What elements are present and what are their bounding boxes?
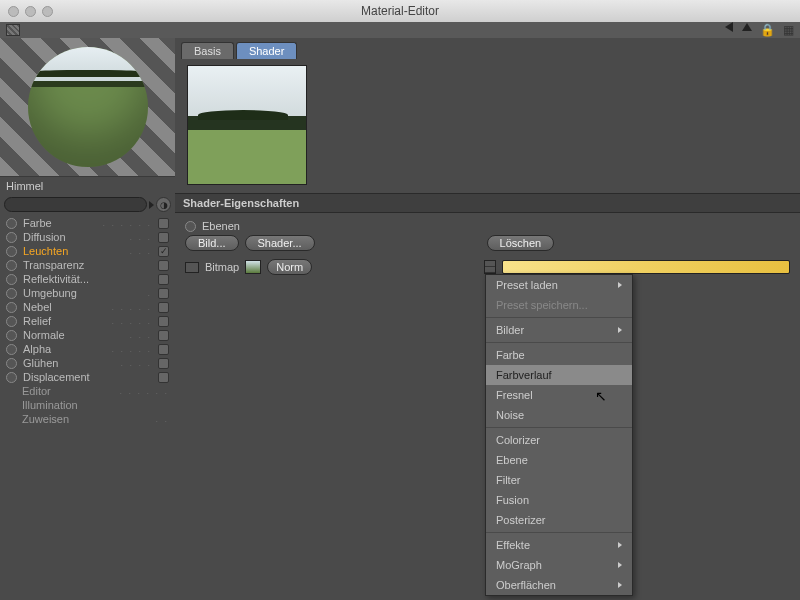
section-header: Shader-Eigenschaften	[175, 193, 800, 213]
menu-fusion[interactable]: Fusion	[486, 490, 632, 510]
chevron-right-icon	[618, 282, 622, 288]
channel-diffusion[interactable]: Diffusion. . .	[0, 230, 175, 244]
channel-leuchten[interactable]: Leuchten. . .✓	[0, 244, 175, 258]
zoom-window-button[interactable]	[42, 6, 53, 17]
channel-normale[interactable]: Normale. . .	[0, 328, 175, 342]
menu-colorizer[interactable]: Colorizer	[486, 430, 632, 450]
window-controls	[8, 6, 53, 17]
ebenen-label: Ebenen	[202, 220, 240, 232]
lock-icon[interactable]: 🔒	[760, 23, 775, 37]
chevron-right-icon	[618, 562, 622, 568]
channel-reflektivitaet[interactable]: Reflektivität...	[0, 272, 175, 286]
target-icon[interactable]: ◑	[156, 197, 171, 212]
menu-preset-load[interactable]: Preset laden	[486, 275, 632, 295]
add-icon[interactable]: ▦	[783, 23, 794, 37]
layer-type-label: Bitmap	[205, 261, 239, 273]
tabs: Basis Shader	[175, 38, 800, 59]
chevron-right-icon	[618, 542, 622, 548]
opacity-slider[interactable]	[502, 260, 790, 274]
shader-button[interactable]: Shader...	[245, 235, 315, 251]
menu-filter[interactable]: Filter	[486, 470, 632, 490]
menu-oberflaechen[interactable]: Oberflächen	[486, 575, 632, 595]
loeschen-button[interactable]: Löschen	[487, 235, 555, 251]
subitem-editor[interactable]: Editor. . . . . .	[0, 384, 175, 398]
channel-nebel[interactable]: Nebel. . . . .	[0, 300, 175, 314]
menu-noise[interactable]: Noise	[486, 405, 632, 425]
channel-displacement[interactable]: Displacement	[0, 370, 175, 384]
content-panel: Basis Shader Shader-Eigenschaften Ebenen…	[175, 38, 800, 600]
menu-bilder[interactable]: Bilder	[486, 320, 632, 340]
channel-farbe[interactable]: Farbe. . . . . .	[0, 216, 175, 230]
channel-alpha[interactable]: Alpha. . . . .	[0, 342, 175, 356]
minimize-window-button[interactable]	[25, 6, 36, 17]
subitem-zuweisen[interactable]: Zuweisen. .	[0, 412, 175, 426]
titlebar: Material-Editor	[0, 0, 800, 22]
channel-transparenz[interactable]: Transparenz	[0, 258, 175, 272]
channel-relief[interactable]: Relief. . . . .	[0, 314, 175, 328]
menu-effekte[interactable]: Effekte	[486, 535, 632, 555]
channel-list: Farbe. . . . . . Diffusion. . . Leuchten…	[0, 214, 175, 428]
menu-farbe[interactable]: Farbe	[486, 345, 632, 365]
nav-back-icon[interactable]	[725, 22, 733, 32]
close-window-button[interactable]	[8, 6, 19, 17]
bild-button[interactable]: Bild...	[185, 235, 239, 251]
menu-ebene[interactable]: Ebene	[486, 450, 632, 470]
blend-mode-dropdown[interactable]: Norm	[267, 259, 312, 275]
menu-farbverlauf[interactable]: Farbverlauf	[486, 365, 632, 385]
menu-mograph[interactable]: MoGraph	[486, 555, 632, 575]
texture-toggle-icon[interactable]	[6, 24, 20, 36]
menu-fresnel[interactable]: Fresnel	[486, 385, 632, 405]
channel-gluehen[interactable]: Glühen. . . .	[0, 356, 175, 370]
tab-basis[interactable]: Basis	[181, 42, 234, 59]
ebenen-radio[interactable]	[185, 221, 196, 232]
tab-shader[interactable]: Shader	[236, 42, 297, 59]
window-title: Material-Editor	[0, 4, 800, 18]
opacity-spinner[interactable]	[484, 260, 496, 274]
bitmap-swatch[interactable]	[245, 260, 261, 274]
material-name[interactable]: Himmel	[0, 176, 175, 195]
menu-preset-save: Preset speichern...	[486, 295, 632, 315]
expand-icon[interactable]	[149, 201, 154, 209]
search-input[interactable]	[4, 197, 147, 212]
layer-toggle-icon[interactable]	[185, 262, 199, 273]
menu-posterizer[interactable]: Posterizer	[486, 510, 632, 530]
sidebar: Himmel ◑ Farbe. . . . . . Diffusion. . .…	[0, 38, 175, 600]
material-preview[interactable]	[0, 38, 175, 176]
channel-umgebung[interactable]: Umgebung.	[0, 286, 175, 300]
subitem-illumination[interactable]: Illumination	[0, 398, 175, 412]
chevron-right-icon	[618, 582, 622, 588]
shader-thumbnail[interactable]	[187, 65, 307, 185]
shader-context-menu: Preset laden Preset speichern... Bilder …	[485, 274, 633, 596]
nav-up-icon[interactable]	[742, 23, 752, 31]
chevron-right-icon	[618, 327, 622, 333]
toolbar: 🔒 ▦	[0, 22, 800, 38]
